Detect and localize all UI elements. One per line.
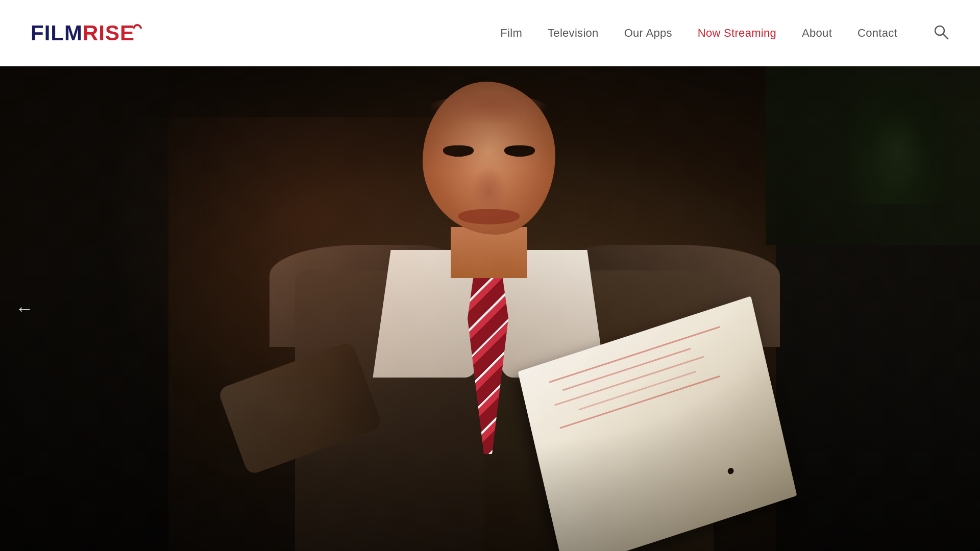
figure (270, 66, 729, 551)
hero-section: ← (0, 66, 980, 551)
eye-right (504, 145, 535, 157)
main-nav: Film Television Our Apps Now Streaming A… (500, 24, 949, 42)
hero-image: ← (0, 66, 980, 551)
logo-film: FILM (31, 21, 83, 45)
search-icon (933, 24, 949, 40)
nav-film[interactable]: Film (500, 27, 522, 40)
logo-rise: RISE (83, 21, 135, 45)
nav-contact[interactable]: Contact (857, 27, 897, 40)
search-button[interactable] (933, 24, 949, 42)
nav-now-streaming[interactable]: Now Streaming (698, 27, 776, 40)
nav-about[interactable]: About (802, 27, 832, 40)
bg-top-right (766, 66, 980, 245)
hero-scene: ← (0, 66, 980, 551)
plant-decoration (847, 71, 949, 204)
eye-left (443, 145, 474, 157)
svg-line-1 (943, 34, 948, 39)
nose (471, 166, 507, 209)
prev-slide-button[interactable]: ← (15, 298, 34, 319)
nav-television[interactable]: Television (548, 27, 599, 40)
eyes-area (433, 143, 545, 168)
logo[interactable]: FILMRISE (31, 21, 142, 45)
neck (451, 227, 527, 278)
nav-our-apps[interactable]: Our Apps (624, 27, 672, 40)
site-header: FILMRISE Film Television Our Apps Now St… (0, 0, 980, 66)
mouth (458, 209, 520, 224)
paper-line-3 (554, 356, 704, 406)
forehead (428, 94, 550, 125)
